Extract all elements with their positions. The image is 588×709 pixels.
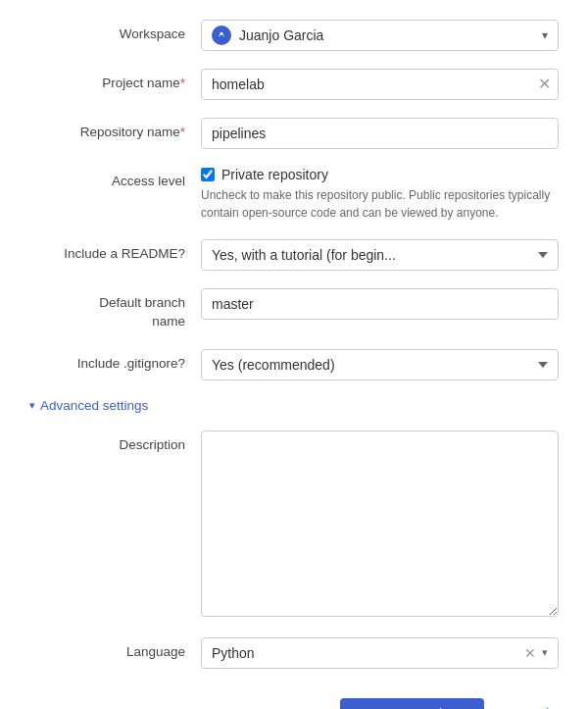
project-name-required: * — [180, 76, 185, 90]
private-repo-checkbox-label[interactable]: Private repository — [201, 167, 559, 182]
svg-point-0 — [216, 29, 227, 41]
language-select-wrapper[interactable]: Python ✕ ▾ — [201, 637, 559, 669]
access-level-row: Access level Private repository Uncheck … — [29, 167, 559, 222]
description-textarea[interactable] — [201, 430, 559, 617]
language-control: Python ✕ ▾ — [201, 637, 559, 669]
project-name-clear-icon[interactable]: ✕ — [538, 76, 551, 92]
workspace-chevron-icon: ▾ — [542, 28, 548, 42]
gitignore-select[interactable]: Yes (recommended) No — [201, 349, 559, 380]
private-repo-label-text: Private repository — [221, 167, 328, 182]
project-name-row: Project name* ✕ — [29, 69, 559, 100]
access-level-label: Access level — [29, 167, 201, 191]
private-repo-checkbox[interactable] — [201, 168, 215, 181]
language-row: Language Python ✕ ▾ — [29, 637, 559, 669]
repo-name-required: * — [180, 125, 185, 139]
description-row: Description — [29, 430, 559, 620]
default-branch-control — [201, 288, 559, 320]
workspace-name: Juanjo Garcia — [239, 27, 542, 43]
advanced-settings-toggle[interactable]: ▾ Advanced settings — [29, 398, 559, 413]
readme-control: Yes, with a tutorial (for begin... No — [201, 239, 559, 271]
project-name-input[interactable] — [201, 69, 559, 100]
svg-point-1 — [220, 32, 223, 35]
language-label: Language — [29, 637, 201, 662]
workspace-control: Juanjo Garcia ▾ — [201, 20, 559, 51]
repository-name-label: Repository name* — [29, 118, 201, 142]
description-label: Description — [29, 430, 201, 455]
access-level-hint: Uncheck to make this repository public. … — [201, 186, 559, 222]
default-branch-input[interactable] — [201, 288, 559, 320]
workspace-avatar-icon — [212, 25, 231, 45]
repository-name-control — [201, 118, 559, 149]
footer-row: Create repository Cancel — [29, 698, 559, 709]
project-name-label: Project name* — [29, 69, 201, 93]
description-control — [201, 430, 559, 620]
language-clear-icon[interactable]: ✕ — [524, 645, 536, 661]
language-chevron-icon: ▾ — [542, 646, 548, 659]
gitignore-row: Include .gitignore? Yes (recommended) No — [29, 349, 559, 380]
repository-name-input[interactable] — [201, 118, 559, 149]
default-branch-label: Default branch name — [29, 288, 201, 331]
access-level-control: Private repository Uncheck to make this … — [201, 167, 559, 222]
gitignore-control: Yes (recommended) No — [201, 349, 559, 380]
readme-select[interactable]: Yes, with a tutorial (for begin... No — [201, 239, 559, 271]
advanced-settings-chevron-icon: ▾ — [29, 399, 35, 412]
readme-label: Include a README? — [29, 239, 201, 264]
create-repository-button[interactable]: Create repository — [340, 698, 484, 709]
readme-row: Include a README? Yes, with a tutorial (… — [29, 239, 559, 271]
workspace-label: Workspace — [29, 20, 201, 44]
repository-name-row: Repository name* — [29, 118, 559, 149]
form-container: Workspace Juanjo Garcia ▾ Project name* — [0, 0, 588, 709]
gitignore-label: Include .gitignore? — [29, 349, 201, 374]
default-branch-row: Default branch name — [29, 288, 559, 331]
workspace-select[interactable]: Juanjo Garcia ▾ — [201, 20, 559, 51]
project-name-wrapper: ✕ — [201, 69, 559, 100]
workspace-row: Workspace Juanjo Garcia ▾ — [29, 20, 559, 51]
advanced-settings-label: Advanced settings — [40, 398, 148, 413]
cancel-button[interactable]: Cancel — [496, 698, 559, 709]
project-name-control: ✕ — [201, 69, 559, 100]
language-value: Python — [212, 645, 524, 661]
